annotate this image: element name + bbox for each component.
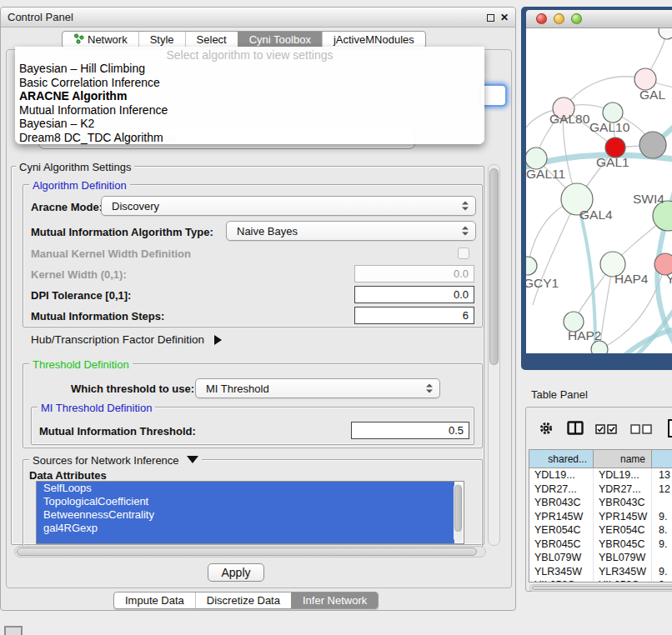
column-header-shared...[interactable]: shared...	[529, 450, 594, 468]
network-canvas[interactable]: GALGAL80GAL10GAL1GAL11GAL4SWI4HAP4YGCY1H…	[526, 28, 672, 353]
columns-icon[interactable]	[567, 421, 584, 438]
table-hscrollbar-thumb[interactable]	[532, 586, 672, 590]
table-row[interactable]: YBR045CYBR045C9.	[529, 538, 672, 552]
hub-definition-label[interactable]: Hub/Transcription Factor Definition	[31, 333, 204, 346]
tab-select[interactable]: Select	[185, 32, 238, 48]
table-cell[interactable]: 8.	[652, 523, 672, 538]
tab-discretize-data[interactable]: Discretize Data	[195, 592, 291, 608]
table-cell[interactable]: YPR145W	[594, 510, 652, 524]
close-icon[interactable]: ✕	[500, 12, 509, 22]
network-node[interactable]	[591, 341, 608, 353]
list-item[interactable]: gal4RGexp	[37, 522, 454, 535]
table-cell[interactable]: YBR045C	[594, 538, 652, 552]
settings-scrollbar[interactable]	[488, 164, 500, 546]
table-row[interactable]: YDR27...YDR27...12	[529, 482, 672, 497]
list-item[interactable]: BetweennessCentrality	[37, 508, 454, 522]
table-row[interactable]: YBR043CYBR043C	[529, 496, 672, 510]
expand-right-icon[interactable]	[214, 335, 222, 345]
deselect-all-icon[interactable]	[630, 424, 652, 434]
data-attributes-list[interactable]: SelfLoopsTopologicalCoefficientBetweenne…	[36, 481, 464, 544]
table-cell[interactable]: YER054C	[594, 523, 652, 538]
tab-cyni-toolbox[interactable]: Cyni Toolbox	[238, 32, 322, 48]
mi-steps-field[interactable]: 6	[354, 307, 474, 324]
table-cell[interactable]: 9.	[652, 510, 672, 524]
gear-icon[interactable]	[539, 421, 554, 438]
table-cell[interactable]: 13	[652, 468, 672, 482]
attribute-list-scrollbar[interactable]	[454, 483, 463, 542]
table-cell[interactable]: YIL052C	[594, 578, 652, 582]
node-label: GAL4	[579, 208, 613, 222]
algorithm-option[interactable]: Basic Correlation Inference	[15, 76, 484, 90]
table-cell[interactable]: YLR345W	[594, 565, 652, 579]
table-row[interactable]: YER054CYER054C8.	[529, 523, 672, 538]
tab-infer-network[interactable]: Infer Network	[291, 592, 378, 608]
table-cell[interactable]: YBL079W	[594, 551, 652, 565]
kernel-width-field[interactable]: 0.0	[354, 265, 474, 282]
table-row[interactable]: YPR145WYPR145W9.	[529, 510, 672, 524]
table-cell[interactable]: YIL052C	[529, 578, 594, 582]
mac-zoom-button[interactable]	[571, 13, 582, 24]
column-header-name[interactable]: name	[594, 450, 652, 468]
network-node-gcy1[interactable]	[526, 257, 537, 275]
table-cell[interactable]: YLR345W	[529, 565, 594, 579]
tab-impute-data[interactable]: Impute Data	[114, 592, 195, 608]
table-cell[interactable]: YER054C	[529, 523, 594, 538]
table-cell[interactable]: YDL19...	[594, 468, 652, 482]
tab-network[interactable]: Network	[63, 32, 138, 48]
list-item[interactable]: TopologicalCoefficient	[37, 495, 454, 508]
table-cell[interactable]: YPR145W	[529, 510, 594, 524]
table-row[interactable]: YIL052CYIL052C9.	[529, 578, 672, 582]
settings-hscrollbar[interactable]	[14, 546, 486, 558]
dpi-tolerance-field[interactable]: 0.0	[354, 286, 474, 303]
algorithm-option[interactable]: Mutual Information Inference	[15, 103, 484, 118]
node-table[interactable]: shared...name YDL19...YDL19...13YDR27...…	[529, 449, 672, 582]
algorithm-option[interactable]: ARACNE Algorithm	[15, 89, 484, 103]
float-window-icon[interactable]	[487, 14, 494, 22]
table-cell[interactable]: YBR043C	[529, 496, 594, 510]
table-cell[interactable]: YDL19...	[529, 468, 594, 482]
aracne-mode-combo[interactable]: Discovery	[101, 196, 476, 216]
table-cell[interactable]: YDR27...	[594, 482, 652, 497]
tab-jactivemnodules[interactable]: jActiveMNodules	[322, 32, 425, 48]
table-row[interactable]: YBL079WYBL079W	[529, 551, 672, 565]
manual-kernel-checkbox[interactable]	[458, 248, 469, 259]
table-cell[interactable]: 9.	[652, 565, 672, 579]
mac-minimize-button[interactable]	[554, 13, 564, 24]
table-cell[interactable]	[652, 551, 672, 565]
which-threshold-combo[interactable]: MI Threshold	[195, 378, 440, 398]
attribute-list-scrollbar-thumb[interactable]	[454, 485, 462, 532]
table-cell[interactable]: YBR045C	[529, 538, 594, 552]
table-hscrollbar[interactable]	[529, 584, 672, 592]
document-icon[interactable]	[667, 419, 672, 440]
settings-hscrollbar-thumb[interactable]	[17, 548, 477, 556]
table-cell[interactable]: YDR27...	[529, 482, 594, 497]
table-row[interactable]: YLR345WYLR345W9.	[529, 565, 672, 579]
list-item[interactable]	[37, 535, 454, 544]
list-item[interactable]: SelfLoops	[37, 482, 454, 495]
table-cell[interactable]: 12	[652, 482, 672, 497]
control-panel-titlebar: Control Panel ✕	[1, 8, 515, 28]
select-all-icon[interactable]	[595, 424, 617, 434]
table-row[interactable]: YDL19...YDL19...13	[529, 468, 672, 482]
mi-type-combo[interactable]: Naive Bayes	[226, 221, 476, 241]
algorithm-option[interactable]: Bayesian – Hill Climbing	[15, 62, 484, 76]
apply-button[interactable]: Apply	[208, 563, 264, 582]
table-cell[interactable]	[652, 496, 672, 510]
settings-scrollbar-thumb[interactable]	[489, 168, 499, 365]
panel-corner-icon[interactable]	[4, 626, 23, 635]
algorithm-option[interactable]: Dream8 DC_TDC Algorithm	[15, 131, 484, 145]
collapse-down-icon[interactable]	[187, 456, 198, 463]
mi-threshold-field[interactable]: 0.5	[351, 422, 469, 439]
table-cell[interactable]: YBL079W	[529, 551, 594, 565]
column-header-extra[interactable]	[652, 450, 672, 468]
node-label: HAP2	[568, 328, 602, 342]
mac-close-button[interactable]	[536, 13, 547, 24]
tab-style[interactable]: Style	[138, 32, 185, 48]
network-node[interactable]	[659, 28, 672, 39]
table-cell[interactable]: 9.	[652, 578, 672, 582]
algorithm-option[interactable]: Bayesian – K2	[15, 117, 484, 131]
table-cell[interactable]: 9.	[652, 538, 672, 552]
tab-label: Select	[197, 33, 227, 46]
network-node[interactable]	[639, 132, 666, 158]
table-cell[interactable]: YBR043C	[594, 496, 652, 510]
